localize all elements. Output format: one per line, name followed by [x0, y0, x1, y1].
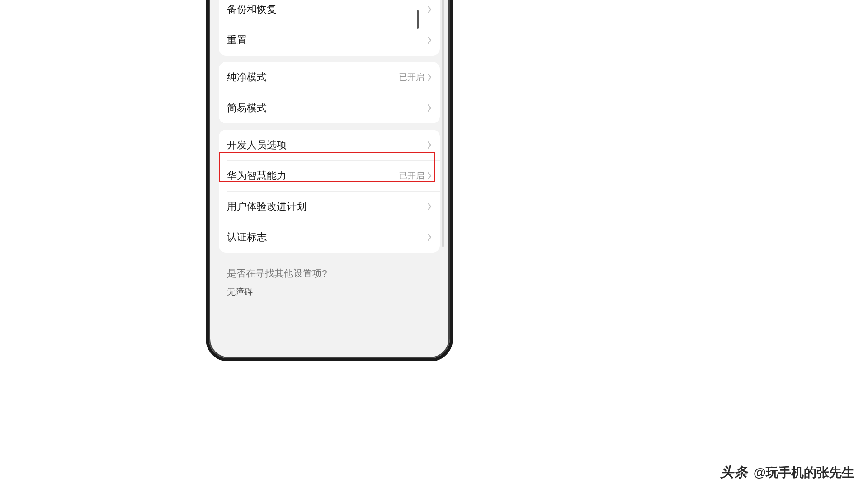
item-value: 已开启: [399, 170, 425, 182]
item-label: 备份和恢复: [227, 3, 277, 16]
footer-question: 是否在寻找其他设置项?: [227, 267, 432, 280]
phone-frame: 备份和恢复 重置 纯净模式 已开启: [206, 0, 453, 361]
item-label: 重置: [227, 33, 247, 47]
item-label: 用户体验改进计划: [227, 200, 307, 213]
scrollbar[interactable]: [442, 0, 444, 247]
chevron-right-icon: [427, 233, 432, 241]
settings-screen: 备份和恢复 重置 纯净模式 已开启: [212, 0, 446, 355]
chevron-right-icon: [427, 36, 432, 44]
settings-group-2: 纯净模式 已开启 简易模式: [219, 62, 440, 123]
item-label: 认证标志: [227, 230, 267, 244]
item-simple-mode[interactable]: 简易模式: [219, 93, 440, 123]
item-label: 简易模式: [227, 101, 267, 115]
item-backup-restore[interactable]: 备份和恢复: [219, 0, 440, 25]
item-certification[interactable]: 认证标志: [219, 222, 440, 253]
item-pure-mode[interactable]: 纯净模式 已开启: [219, 62, 440, 93]
chevron-right-icon: [427, 73, 432, 81]
settings-group-3: 开发人员选项 华为智慧能力 已开启 用户体验改进计划: [219, 130, 440, 253]
chevron-right-icon: [427, 104, 432, 112]
footer-accessibility-link[interactable]: 无障碍: [227, 286, 432, 298]
item-developer-options[interactable]: 开发人员选项: [219, 130, 440, 160]
item-label: 纯净模式: [227, 70, 267, 84]
item-label: 华为智慧能力: [227, 169, 287, 183]
settings-group-1: 备份和恢复 重置: [219, 0, 440, 56]
phone-side-button: [417, 10, 419, 29]
chevron-right-icon: [427, 141, 432, 149]
chevron-right-icon: [427, 172, 432, 180]
item-reset[interactable]: 重置: [219, 25, 440, 56]
chevron-right-icon: [427, 202, 432, 211]
watermark: 头条 @玩手机的张先生: [720, 463, 854, 482]
watermark-brand: 头条: [720, 463, 748, 482]
watermark-author: @玩手机的张先生: [754, 464, 854, 481]
item-user-experience[interactable]: 用户体验改进计划: [219, 191, 440, 222]
item-label: 开发人员选项: [227, 138, 287, 152]
chevron-right-icon: [427, 5, 432, 14]
item-huawei-ai[interactable]: 华为智慧能力 已开启: [219, 160, 440, 191]
footer-suggestion: 是否在寻找其他设置项? 无障碍: [219, 259, 440, 303]
item-value: 已开启: [399, 71, 425, 83]
